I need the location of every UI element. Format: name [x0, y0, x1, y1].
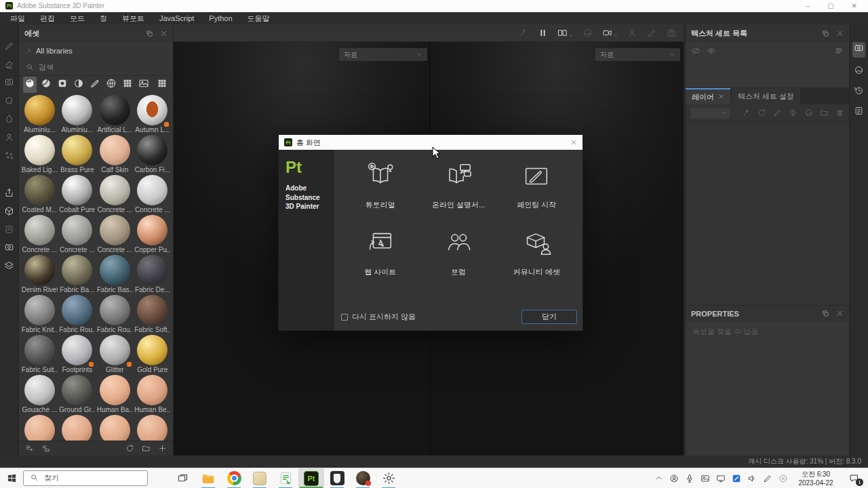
material-item[interactable]: Copper Pu...: [134, 215, 172, 255]
filter-alphas[interactable]: [104, 77, 118, 93]
menu-python[interactable]: Python: [201, 12, 239, 24]
material-thumbnail[interactable]: [62, 215, 92, 245]
add-asset-icon[interactable]: [158, 444, 167, 453]
menu-window[interactable]: 창: [92, 12, 115, 24]
list-details-icon[interactable]: [25, 444, 34, 453]
shader-dropdown-right[interactable]: 자료: [595, 48, 680, 61]
material-thumbnail[interactable]: [137, 175, 167, 205]
material-thumbnail[interactable]: [100, 175, 130, 205]
material-item[interactable]: Fabric Suit...: [21, 335, 58, 375]
action-center-button[interactable]: 1: [844, 473, 864, 483]
material-thumbnail[interactable]: [137, 215, 167, 245]
material-thumbnail[interactable]: [100, 135, 130, 165]
paint-layer-icon[interactable]: [773, 108, 782, 117]
material-item[interactable]: Calf Skin: [96, 135, 134, 175]
home-item-tutorial[interactable]: 튜토리얼: [341, 161, 419, 210]
material-mode-icon[interactable]: [583, 28, 593, 38]
material-item[interactable]: Glitter: [96, 335, 134, 375]
tray-display-icon[interactable]: [716, 474, 726, 483]
home-item-website[interactable]: 웹 사이트: [341, 228, 419, 277]
start-button[interactable]: [0, 468, 23, 488]
settings-button[interactable]: [376, 468, 401, 488]
substance-painter-button[interactable]: Pt: [298, 468, 324, 488]
filter-smart-materials[interactable]: [39, 77, 53, 93]
material-item[interactable]: Fabric Bas...: [96, 255, 134, 295]
material-thumbnail[interactable]: [100, 295, 130, 325]
tray-mic-icon[interactable]: [685, 474, 694, 483]
float-panel-icon[interactable]: [146, 30, 153, 37]
material-thumbnail[interactable]: [137, 375, 167, 405]
paint-tool-icon[interactable]: [4, 41, 14, 51]
projection-tool-icon[interactable]: [4, 77, 14, 87]
tray-volume-icon[interactable]: [747, 474, 757, 483]
material-item[interactable]: Fabric Rou...: [59, 295, 96, 335]
material-item[interactable]: Ground Gr...: [59, 375, 96, 415]
material-item[interactable]: Fabric Soft...: [134, 295, 172, 335]
material-item[interactable]: Gouache ...: [21, 375, 58, 415]
history-icon[interactable]: [854, 85, 864, 98]
material-thumbnail[interactable]: [100, 215, 130, 245]
material-item[interactable]: Cobalt Pure: [59, 175, 96, 215]
material-item[interactable]: Baked Lig...: [21, 135, 58, 175]
close-panel-icon[interactable]: [160, 30, 167, 37]
tray-pen-icon[interactable]: [763, 474, 772, 483]
material-item[interactable]: Artificial L...: [96, 95, 134, 135]
material-thumbnail[interactable]: [62, 95, 92, 125]
notes-app-button[interactable]: [247, 468, 273, 488]
menu-viewport[interactable]: 뷰포트: [115, 12, 152, 24]
material-item[interactable]: Human...: [21, 415, 58, 442]
material-item[interactable]: Fabric De...: [134, 255, 172, 295]
mannequin-icon[interactable]: [627, 28, 637, 38]
material-thumbnail[interactable]: [100, 335, 130, 365]
material-thumbnail[interactable]: [62, 175, 92, 205]
snapshot-icon[interactable]: [667, 28, 677, 38]
material-item[interactable]: Concrete ...: [21, 215, 58, 255]
visibility-icon[interactable]: [707, 46, 716, 56]
home-item-forum[interactable]: 포럼: [419, 228, 497, 277]
assets-icon[interactable]: [4, 206, 14, 216]
clone-tool-icon[interactable]: [4, 132, 14, 142]
document-app-button[interactable]: [273, 468, 298, 488]
pen-icon[interactable]: [647, 28, 657, 38]
minimize-button[interactable]: –: [806, 0, 810, 12]
taskbar-clock[interactable]: 오전 6:302023-04-22: [794, 470, 837, 487]
material-thumbnail[interactable]: [100, 95, 130, 125]
material-item[interactable]: Concrete ...: [96, 215, 134, 255]
menu-help[interactable]: 도움말: [240, 12, 277, 24]
home-item-community-assets[interactable]: 커뮤니티 에셋: [498, 228, 576, 277]
material-thumbnail[interactable]: [24, 215, 55, 245]
material-item[interactable]: Gold Pure: [134, 335, 172, 375]
eraser-tool-icon[interactable]: [4, 59, 14, 69]
camera-mode-icon[interactable]: [602, 28, 618, 38]
material-item[interactable]: Human...: [134, 415, 172, 442]
dialog-close-button[interactable]: 닫기: [521, 310, 577, 324]
material-item[interactable]: Brass Pure: [59, 135, 96, 175]
search-input[interactable]: 검색: [19, 60, 173, 76]
particles-tool-icon[interactable]: [4, 150, 14, 161]
log-icon[interactable]: [854, 106, 864, 119]
material-item[interactable]: Human...: [59, 415, 96, 442]
dont-show-again-checkbox[interactable]: 다시 표시하지 않음: [341, 312, 416, 322]
filter-materials[interactable]: [23, 77, 37, 93]
material-thumbnail[interactable]: [137, 255, 167, 285]
blend-mode-dropdown[interactable]: [690, 108, 730, 119]
display-settings-icon[interactable]: [4, 243, 14, 253]
filter-filters[interactable]: [72, 77, 85, 93]
material-thumbnail[interactable]: [137, 95, 167, 125]
menu-edit[interactable]: 편집: [33, 12, 62, 24]
float-panel-icon[interactable]: [822, 30, 829, 37]
filter-brushes[interactable]: [88, 77, 102, 93]
mask-icon[interactable]: [789, 108, 797, 117]
material-item[interactable]: Fabric Rou...: [96, 295, 134, 335]
home-item-start-painting[interactable]: 페인팅 시작: [498, 161, 576, 210]
polygon-fill-tool-icon[interactable]: [4, 96, 14, 106]
dialog-close-icon[interactable]: [570, 139, 577, 146]
file-explorer-button[interactable]: [195, 468, 221, 488]
export-icon[interactable]: [4, 188, 14, 198]
material-item[interactable]: Concrete ...: [134, 175, 172, 215]
material-item[interactable]: Concrete ...: [59, 215, 96, 255]
material-item[interactable]: Denim Rivet: [21, 255, 58, 295]
material-thumbnail[interactable]: [24, 95, 55, 125]
new-folder-icon[interactable]: [142, 444, 151, 453]
material-thumbnail[interactable]: [24, 415, 55, 442]
